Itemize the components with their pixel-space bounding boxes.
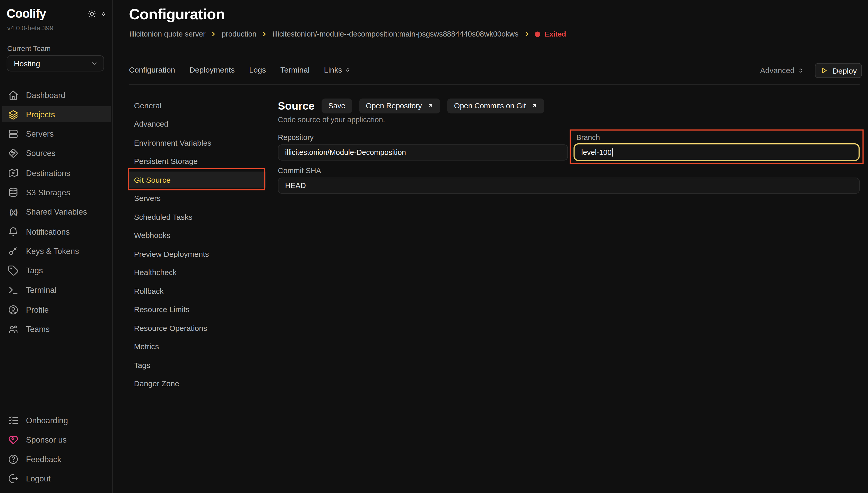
checklist-icon xyxy=(8,415,19,426)
chevrons-up-down-icon xyxy=(797,67,804,74)
sidebar-item-shared-variables[interactable]: (x) Shared Variables xyxy=(2,204,111,220)
user-icon xyxy=(8,304,19,315)
breadcrumb-application[interactable]: illicitestonion/-module--decomposition:m… xyxy=(273,30,518,38)
sidebar-item-dashboard[interactable]: Dashboard xyxy=(2,87,111,103)
bell-icon xyxy=(8,226,19,237)
sidebar-item-onboarding[interactable]: Onboarding xyxy=(2,412,111,428)
deploy-button[interactable]: Deploy xyxy=(815,63,862,78)
breadcrumb: illicitonion quote server production ill… xyxy=(129,30,566,38)
breadcrumb-project[interactable]: illicitonion quote server xyxy=(129,30,206,38)
advanced-menu[interactable]: Advanced xyxy=(760,66,805,74)
layers-icon xyxy=(8,109,19,120)
tab-configuration[interactable]: Configuration xyxy=(129,65,175,74)
map-icon xyxy=(8,168,19,178)
sidebar-footer-nav: Onboarding Sponsor us Feedback Logout xyxy=(0,412,113,490)
chevrons-up-down-icon xyxy=(344,66,351,73)
subnav-item-general[interactable]: General xyxy=(129,97,266,113)
open-repository-button[interactable]: Open Repository xyxy=(359,98,440,113)
team-select[interactable]: Hosting xyxy=(7,55,104,71)
sidebar-item-tags[interactable]: Tags xyxy=(2,263,111,279)
chevron-right-icon xyxy=(261,31,268,37)
arrow-up-right-icon xyxy=(531,102,537,109)
status-label: Exited xyxy=(545,30,566,38)
commit-sha-input[interactable]: HEAD xyxy=(278,177,860,193)
coolify-app: Coolify v4.0.0-beta.399 Current Team Hos… xyxy=(0,0,868,493)
tab-logs[interactable]: Logs xyxy=(249,65,266,74)
app-logo: Coolify xyxy=(7,7,46,21)
app-version: v4.0.0-beta.399 xyxy=(7,24,53,32)
tab-terminal[interactable]: Terminal xyxy=(280,65,310,74)
arrow-up-right-icon xyxy=(427,102,433,109)
sidebar-item-projects[interactable]: Projects xyxy=(2,107,111,123)
repository-input[interactable]: illicitestonion/Module-Decomposition xyxy=(278,144,568,160)
logout-icon xyxy=(8,473,19,485)
chevron-right-icon xyxy=(524,31,530,37)
theme-switcher[interactable] xyxy=(87,9,107,18)
source-header: Source Save Open Repository Open Commits… xyxy=(278,98,544,113)
subnav-item-tags[interactable]: Tags xyxy=(129,357,266,373)
sidebar-item-notifications[interactable]: Notifications xyxy=(2,223,111,239)
sidebar-item-s3-storages[interactable]: S3 Storages xyxy=(2,185,111,200)
sidebar-item-destinations[interactable]: Destinations xyxy=(2,165,111,181)
subnav-item-advanced[interactable]: Advanced xyxy=(129,116,266,132)
config-subnav: General Advanced Environment Variables P… xyxy=(129,97,266,394)
subnav-item-persistent-storage[interactable]: Persistent Storage xyxy=(129,153,266,169)
breadcrumb-environment[interactable]: production xyxy=(221,30,257,38)
tab-links[interactable]: Links xyxy=(324,65,351,74)
subnav-item-scheduled-tasks[interactable]: Scheduled Tasks xyxy=(129,209,266,224)
sidebar-item-terminal[interactable]: Terminal xyxy=(2,282,111,298)
text-cursor xyxy=(612,148,613,156)
tag-icon xyxy=(8,265,19,276)
sidebar-item-keys-tokens[interactable]: Keys & Tokens xyxy=(2,243,111,259)
branch-input[interactable]: level-100 xyxy=(573,143,860,161)
sidebar: Coolify v4.0.0-beta.399 Current Team Hos… xyxy=(0,0,113,493)
commit-sha-label: Commit SHA xyxy=(278,167,321,175)
terminal-icon xyxy=(8,284,19,296)
subnav-item-servers[interactable]: Servers xyxy=(129,190,266,206)
server-icon xyxy=(8,128,19,140)
sidebar-item-servers[interactable]: Servers xyxy=(2,126,111,142)
branch-label: Branch xyxy=(576,133,600,142)
git-source-icon xyxy=(8,148,19,159)
sidebar-item-sources[interactable]: Sources xyxy=(2,145,111,161)
variable-icon: (x) xyxy=(8,207,19,218)
source-description: Code source of your application. xyxy=(278,115,385,124)
status-dot-icon xyxy=(535,31,540,37)
sidebar-item-logout[interactable]: Logout xyxy=(2,471,111,487)
subnav-item-webhooks[interactable]: Webhooks xyxy=(129,227,266,243)
chevron-down-icon xyxy=(91,60,98,67)
subnav-item-healthcheck[interactable]: Healthcheck xyxy=(129,264,266,280)
key-icon xyxy=(8,246,19,257)
tab-deployments[interactable]: Deployments xyxy=(189,65,235,74)
team-select-value: Hosting xyxy=(14,59,40,68)
subnav-item-rollback[interactable]: Rollback xyxy=(129,283,266,299)
subnav-item-metrics[interactable]: Metrics xyxy=(129,338,266,354)
subnav-item-environment-variables[interactable]: Environment Variables xyxy=(129,134,266,151)
status-badge: Exited xyxy=(535,30,566,38)
subnav-item-preview-deployments[interactable]: Preview Deployments xyxy=(129,246,266,262)
chevrons-up-down-icon[interactable] xyxy=(100,10,107,17)
save-button[interactable]: Save xyxy=(322,98,352,113)
database-icon xyxy=(8,187,19,198)
users-icon xyxy=(8,324,19,335)
page-title: Configuration xyxy=(129,6,225,23)
header-divider xyxy=(129,84,860,85)
current-team-label: Current Team xyxy=(7,44,51,52)
subnav-item-danger-zone[interactable]: Danger Zone xyxy=(129,376,266,391)
sidebar-nav: Dashboard Projects Servers Sources Desti… xyxy=(0,87,113,341)
source-title: Source xyxy=(278,99,315,112)
subnav-item-resource-operations[interactable]: Resource Operations xyxy=(129,320,266,336)
sidebar-item-profile[interactable]: Profile xyxy=(2,302,111,318)
chevron-right-icon xyxy=(211,31,217,37)
subnav-item-git-source[interactable]: Git Source xyxy=(129,172,266,188)
sidebar-item-feedback[interactable]: Feedback xyxy=(2,451,111,467)
tab-bar: Configuration Deployments Logs Terminal … xyxy=(129,65,351,74)
help-icon xyxy=(8,454,19,465)
sidebar-item-teams[interactable]: Teams xyxy=(2,321,111,337)
sidebar-item-sponsor-us[interactable]: Sponsor us xyxy=(2,432,111,448)
subnav-item-resource-limits[interactable]: Resource Limits xyxy=(129,301,266,317)
play-icon xyxy=(820,66,828,74)
open-commits-button[interactable]: Open Commits on Git xyxy=(447,98,544,113)
sun-icon[interactable] xyxy=(87,9,96,18)
heart-icon xyxy=(8,434,19,445)
